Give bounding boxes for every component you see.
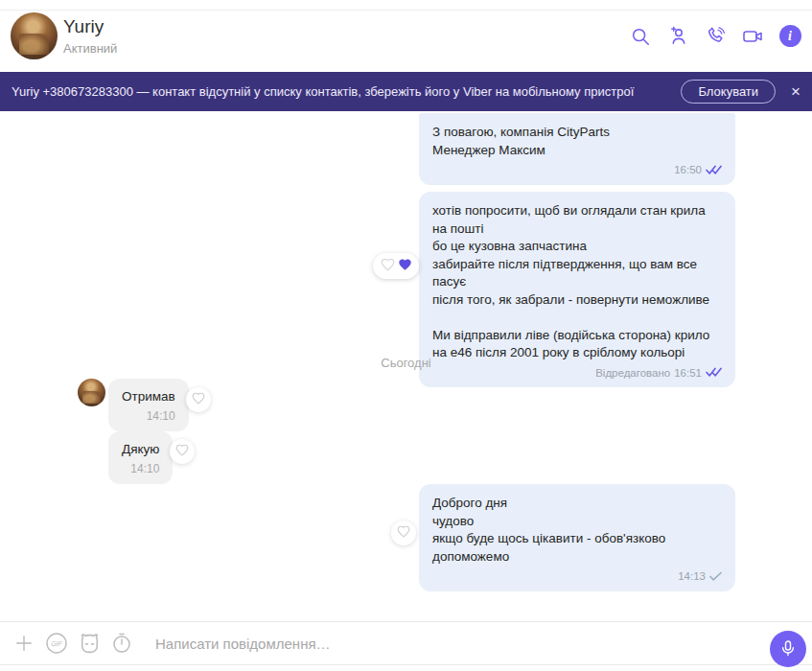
message-text: забирайте після підтвердження, що вам вс…: [432, 256, 722, 291]
viber-chat-window: Yuriy Активний: [0, 0, 812, 671]
sent-check-icon: [709, 571, 722, 582]
close-icon[interactable]: ×: [791, 83, 800, 100]
heart-outline-icon: [381, 258, 395, 274]
message-meta: 16:50: [432, 161, 722, 179]
secret-timer-icon[interactable]: [109, 631, 134, 656]
heart-outline-icon: [397, 525, 410, 541]
message-text: Отримав: [122, 388, 175, 406]
like-message-button[interactable]: [186, 387, 211, 412]
contact-avatar[interactable]: [11, 12, 58, 59]
gif-icon[interactable]: GIF: [44, 631, 69, 656]
svg-text:GIF: GIF: [51, 640, 62, 647]
like-message-button[interactable]: [391, 521, 416, 545]
message-time: 14:13: [678, 567, 706, 586]
message-time: 14:10: [122, 407, 175, 426]
video-call-icon[interactable]: [740, 24, 765, 49]
message-text: бо це кузовна запчастина: [432, 238, 722, 256]
banner-text: Yuriy +380673283300 — контакт відсутній …: [12, 84, 681, 99]
message-composer: GIF: [0, 621, 812, 665]
add-contact-icon[interactable]: [665, 24, 690, 49]
message-time: 16:50: [674, 161, 702, 179]
date-divider: Сьогодні: [0, 356, 812, 370]
message-text: [432, 309, 722, 327]
message-text: чудово: [432, 513, 722, 531]
message-meta: 14:13: [432, 567, 722, 586]
message-text: Доброго дня: [432, 495, 722, 513]
message-text: Менеджер Максим: [432, 142, 722, 160]
message-text: хотів попросити, щоб ви оглядали стан кр…: [432, 202, 722, 238]
heart-outline-icon: [192, 392, 205, 407]
reaction-pill[interactable]: [373, 253, 419, 279]
message-bubble-incoming: Дякую 14:10: [108, 431, 173, 484]
contact-status: Активний: [63, 41, 117, 56]
header-actions: i: [628, 0, 802, 72]
contact-avatar-small[interactable]: [78, 379, 105, 406]
message-text: після того, як забрали - повернути немож…: [432, 291, 722, 310]
message-time: 14:10: [122, 460, 159, 478]
microphone-icon: [778, 638, 798, 660]
chat-header: Yuriy Активний: [0, 0, 812, 72]
attach-icon[interactable]: [12, 631, 36, 656]
message-bubble-outgoing: З повагою, компанія CityParts Менеджер М…: [419, 113, 735, 185]
info-icon[interactable]: i: [777, 24, 802, 49]
message-bubble-incoming: Отримав 14:10: [108, 379, 189, 431]
heart-reaction-icon: [398, 258, 412, 274]
block-button[interactable]: Блокувати: [681, 80, 776, 104]
heart-outline-icon: [175, 444, 189, 459]
like-message-button[interactable]: [170, 439, 195, 464]
contact-name: Yuriy: [63, 16, 104, 37]
sticker-icon[interactable]: [77, 631, 102, 656]
message-text: якщо буде щось цікавити - обов'язково до…: [432, 530, 722, 566]
message-bubble-outgoing: Доброго дня чудово якщо буде щось цікави…: [419, 484, 735, 591]
search-icon[interactable]: [628, 24, 653, 49]
message-input[interactable]: [155, 636, 692, 652]
microphone-button[interactable]: [770, 631, 806, 667]
message-text: З повагою, компанія CityParts: [432, 124, 722, 142]
message-text: Дякую: [122, 441, 159, 459]
read-double-check-icon: [706, 165, 722, 175]
unknown-contact-banner: Yuriy +380673283300 — контакт відсутній …: [0, 72, 812, 111]
voice-call-icon[interactable]: [703, 24, 728, 49]
